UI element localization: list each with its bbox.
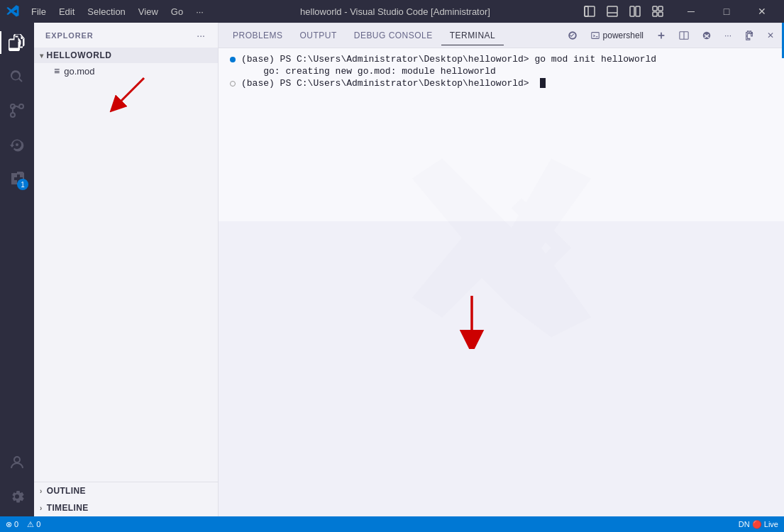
activity-bottom [0,445,34,514]
activity-extensions[interactable]: 1 [0,162,34,196]
titlebar-left: File Edit Selection View Go ··· [6,4,209,18]
activity-explorer[interactable] [0,26,34,60]
terminal-dot-3 [230,81,236,87]
explorer-title: EXPLORER [45,31,94,40]
new-terminal-icon[interactable] [563,29,582,42]
sidebar: EXPLORER ··· ▾ HELLOWORLD ≡ go.mod [34,23,219,516]
sidebar-toggle-icon[interactable] [581,3,598,20]
terminal-line-2: go: creating new go.mod: module hellowor… [230,66,773,77]
svg-rect-8 [653,12,657,16]
menu-file[interactable]: File [26,5,52,18]
menu-view[interactable]: View [133,5,164,18]
menu-more[interactable]: ··· [190,5,209,18]
titlebar-title: helloworld - Visual Studio Code [Adminis… [209,6,581,17]
terminal-line-3: (base) PS C:\Users\Administrator\Desktop… [230,78,773,89]
close-button[interactable]: ✕ [746,0,778,23]
vscode-watermark [402,149,601,350]
terminal-dot-1 [230,57,236,62]
sidebar-footer: › OUTLINE › TIMELINE [34,482,218,516]
folder-helloworld[interactable]: ▾ HELLOWORLD [34,48,218,63]
terminal-line-1: (base) PS C:\Users\Administrator\Desktop… [230,54,773,65]
outline-label: OUTLINE [47,486,86,496]
layout-icon[interactable] [626,3,644,20]
tab-terminal[interactable]: TERMINAL [441,26,504,45]
main-area: 1 EXPLORER ··· ▾ HELLOWORLD ≡ go [0,23,784,516]
terminal-cursor [540,78,546,88]
svg-rect-17 [591,33,599,39]
status-liveserver[interactable]: DN 🔴 Live [739,520,778,529]
split-terminal-button[interactable] [675,29,693,42]
activity-search[interactable] [0,60,34,94]
terminal-text-2: go: creating new go.mod: module hellowor… [241,66,496,77]
kill-terminal-button[interactable] [697,29,716,42]
timeline-label: TIMELINE [47,503,89,513]
terminal-text-1: (base) PS C:\Users\Administrator\Desktop… [241,54,656,65]
statusbar-right: DN 🔴 Live [739,520,778,529]
add-terminal-button[interactable] [652,29,670,42]
panel-toggle-icon[interactable] [604,3,621,20]
shell-name: powershell [603,31,644,40]
tab-output[interactable]: OUTPUT [292,26,346,45]
tab-debug-console[interactable]: DEBUG CONSOLE [346,26,441,45]
svg-point-13 [16,143,18,146]
annotation-arrow [105,74,148,113]
sidebar-outline[interactable]: › OUTLINE [34,482,218,499]
svg-rect-6 [653,6,657,11]
titlebar-icons [581,3,666,20]
statusbar-left: ⊗ 0 ⚠ 0 [6,520,40,529]
tab-problems[interactable]: PROBLEMS [224,26,292,45]
vscode-logo-icon [6,4,20,18]
svg-rect-4 [630,6,634,16]
chevron-down-icon: ▾ [40,52,44,60]
chevron-right-icon: › [40,487,43,495]
titlebar: File Edit Selection View Go ··· hellowor… [0,0,784,23]
panel-actions: powershell ··· ✕ [563,29,778,42]
status-errors[interactable]: ⊗ 0 [6,520,18,529]
svg-point-12 [19,104,23,109]
activity-run-debug[interactable] [0,128,34,162]
svg-rect-9 [658,12,663,16]
panel-maximize-button[interactable] [740,29,758,42]
svg-rect-5 [636,6,640,16]
panel-close-button[interactable]: ✕ [763,29,778,42]
activity-account[interactable] [0,445,34,480]
extensions-badge: 1 [17,179,28,190]
sidebar-header: EXPLORER ··· [34,23,218,48]
sidebar-timeline[interactable]: › TIMELINE [34,499,218,516]
sidebar-actions: ··· [195,28,206,43]
sidebar-more-icon[interactable]: ··· [195,28,206,43]
more-panel-options[interactable]: ··· [720,29,736,42]
activity-bar: 1 [0,23,34,516]
menu-selection[interactable]: Selection [82,5,131,18]
statusbar: ⊗ 0 ⚠ 0 DN 🔴 Live [0,516,784,532]
layout-options-icon[interactable] [649,3,666,20]
maximize-button[interactable]: □ [710,0,743,23]
terminal-text-3: (base) PS C:\Users\Administrator\Desktop… [241,78,534,89]
menu-go[interactable]: Go [165,5,189,18]
panel-tabs: PROBLEMS OUTPUT DEBUG CONSOLE TERMINAL p… [219,23,784,48]
status-warnings[interactable]: ⚠ 0 [27,520,40,529]
minimize-button[interactable]: ─ [675,0,707,23]
svg-rect-1 [585,6,595,16]
powershell-label[interactable]: powershell [586,29,648,42]
activity-settings[interactable] [0,480,34,514]
chevron-right-icon-2: › [40,504,43,512]
svg-rect-2 [607,6,617,16]
folder-name: HELLOWORLD [47,50,112,60]
titlebar-right: ─ □ ✕ [581,0,778,23]
svg-point-14 [14,457,20,462]
activity-source-control[interactable] [0,94,34,128]
svg-rect-7 [658,6,663,11]
explorer-section: ▾ HELLOWORLD ≡ go.mod [34,48,218,482]
file-name: go.mod [64,66,94,77]
svg-point-10 [11,113,15,117]
menu-edit[interactable]: Edit [53,5,80,18]
editor-area: PROBLEMS OUTPUT DEBUG CONSOLE TERMINAL p… [219,23,784,516]
file-icon: ≡ [54,65,60,77]
file-gomod[interactable]: ≡ go.mod [34,63,218,79]
